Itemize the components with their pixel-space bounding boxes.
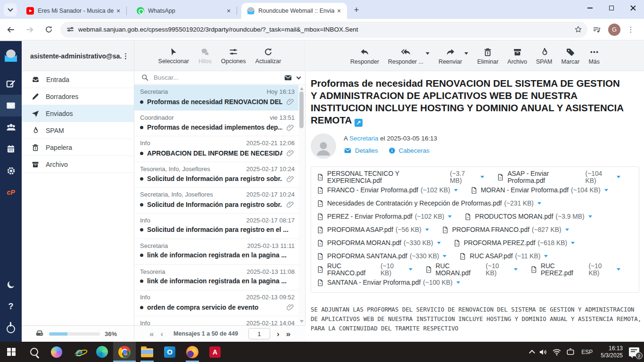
forward-button[interactable]: Reenviar — [438, 47, 462, 65]
minimize-button[interactable] — [579, 0, 601, 16]
more-button[interactable]: Más — [588, 47, 600, 65]
site-info-icon[interactable] — [67, 28, 74, 31]
scroll-up-icon[interactable] — [300, 87, 304, 90]
message-row[interactable]: Info2025-02-13 09:52 orden de compra ser… — [134, 290, 298, 316]
search-scope-icon[interactable] — [284, 74, 292, 82]
message-row[interactable]: Tesoreria, Info, Joseflores2025-02-17 10… — [134, 162, 298, 188]
calendar-nav-button[interactable] — [0, 138, 22, 160]
folder-spam[interactable]: SPAM — [22, 122, 134, 139]
select-button[interactable]: Seleccionar — [158, 47, 189, 65]
tab-whatsapp[interactable]: WhatsApp × — [131, 3, 237, 19]
scroll-down-icon[interactable] — [300, 320, 304, 323]
recipient-link[interactable]: Secretaria — [349, 135, 379, 142]
search-bar[interactable]: Buscar... — [134, 71, 305, 84]
start-button[interactable] — [0, 342, 23, 362]
attachment-link[interactable]: RUC ASAP.pdf(~11 KB) — [459, 252, 548, 261]
taskbar-search-button[interactable] — [23, 342, 45, 362]
notification-center-button[interactable]: 2 — [629, 347, 639, 356]
attachment-menu-icon[interactable] — [443, 255, 446, 257]
taskbar-explorer-button[interactable] — [136, 342, 158, 362]
browser-menu-button[interactable]: ⋮ — [627, 25, 635, 34]
folder-borradores[interactable]: Borradores — [22, 88, 134, 105]
clock[interactable]: 16:13 5/3/2025 — [601, 345, 623, 359]
url-text[interactable]: webmail.sanjuan.gob.ec/cpsess9955019202/… — [78, 26, 574, 33]
message-row[interactable]: Tesoreria2025-02-13 11:08 link de inform… — [134, 265, 298, 291]
attachment-link[interactable]: RUC PEREZ.pdf(~10 KB) — [530, 263, 620, 277]
taskbar-acrobat-button[interactable]: A — [204, 342, 226, 362]
attachment-link[interactable]: SANTANA - Enviar Proforma.pdf(~100 KB) — [317, 278, 460, 287]
attachment-menu-icon[interactable] — [456, 281, 460, 284]
attachment-menu-icon[interactable] — [604, 189, 608, 191]
attachment-link[interactable]: RUC MORAN.pdf(~10 KB) — [425, 263, 518, 277]
attachment-menu-icon[interactable] — [437, 242, 441, 244]
bookmark-star-icon[interactable] — [574, 25, 583, 34]
attachment-link[interactable]: PERSONAL TECNICO Y EXPERIENCIA.pdf(~3.7 … — [317, 170, 484, 184]
taskbar-edge-button[interactable] — [91, 342, 113, 362]
tab-roundcube[interactable]: Roundcube Webmail :: Enviados × — [241, 3, 347, 19]
folder-enviados[interactable]: Enviados — [22, 105, 134, 122]
wifi-icon[interactable] — [552, 347, 561, 357]
open-in-new-window-icon[interactable]: ↗ — [355, 119, 363, 127]
maximize-button[interactable] — [601, 0, 622, 16]
profile-avatar[interactable]: G — [608, 24, 620, 36]
reply-button[interactable]: Responder — [350, 47, 379, 65]
attachment-link[interactable]: PEREZ - Enviar Proforma.pdf(~102 KB) — [317, 212, 452, 221]
message-row[interactable]: Info2025-02-17 08:17 Solicitud de inform… — [134, 214, 298, 239]
headers-toggle[interactable]: Cabeceras — [388, 147, 429, 154]
prev-page-button[interactable]: ‹ — [160, 330, 163, 338]
attachment-link[interactable]: PROFORMA PEREZ.pdf(~618 KB) — [454, 239, 575, 247]
attachment-menu-icon[interactable] — [537, 202, 541, 205]
volume-icon[interactable] — [538, 347, 548, 357]
contacts-nav-button[interactable] — [0, 116, 22, 138]
new-tab-button[interactable]: + — [350, 3, 363, 16]
account-menu-button[interactable]: ⋮ — [122, 52, 129, 60]
attachment-link[interactable]: PROFORMA MORAN.pdf(~330 KB) — [317, 239, 441, 247]
search-input[interactable]: Buscar... — [154, 74, 279, 81]
forward-caret-icon[interactable] — [464, 52, 468, 55]
attachment-link[interactable]: Necesidades de Contratación y Recepción … — [317, 199, 541, 208]
taskbar-copilot-button[interactable] — [45, 342, 68, 362]
attachment-menu-icon[interactable] — [448, 215, 452, 218]
folder-entrada[interactable]: Entrada — [22, 71, 134, 88]
archive-button[interactable]: Archivo — [507, 47, 527, 65]
media-controls-icon[interactable] — [592, 25, 602, 34]
message-row[interactable]: Secretaria, Info, Joseflores2025-02-17 1… — [134, 188, 298, 214]
language-indicator[interactable]: ESP — [581, 349, 593, 355]
taskbar-outlook-button[interactable]: O — [158, 342, 181, 362]
first-page-button[interactable]: « — [149, 330, 154, 338]
taskbar-firefox-button[interactable] — [181, 342, 204, 362]
compose-button[interactable] — [0, 73, 22, 95]
threads-button[interactable]: Hilos — [198, 47, 212, 65]
dark-mode-button[interactable] — [0, 274, 22, 296]
folder-papelera[interactable]: Papelera — [22, 139, 134, 156]
help-button[interactable]: ? — [0, 296, 22, 317]
reply-all-button[interactable]: Responder ... — [388, 47, 423, 65]
attachment-menu-icon[interactable] — [454, 189, 458, 191]
message-row[interactable]: Coordinadorvie 13:51 Proformas de necesi… — [134, 111, 298, 137]
spam-button[interactable]: SPAM — [536, 47, 553, 65]
reply-all-caret-icon[interactable] — [426, 52, 429, 55]
refresh-button[interactable]: Actualizar — [256, 47, 281, 65]
reload-button[interactable] — [41, 22, 57, 38]
tab-close-button[interactable]: × — [335, 7, 343, 15]
forward-button[interactable] — [22, 22, 38, 38]
details-toggle[interactable]: Detalles — [344, 147, 378, 155]
cpanel-button[interactable]: cP — [0, 181, 22, 203]
attachment-menu-icon[interactable] — [544, 255, 548, 257]
next-page-button[interactable]: › — [277, 330, 280, 338]
attachment-link[interactable]: PROFORMA SANTANA.pdf(~330 KB) — [317, 252, 446, 261]
search-options-chevron-icon[interactable] — [297, 74, 301, 79]
message-row[interactable]: Info2025-02-12 14:04 — [134, 316, 298, 326]
settings-nav-button[interactable] — [0, 160, 22, 181]
attachment-menu-icon[interactable] — [480, 176, 484, 178]
attachment-menu-icon[interactable] — [425, 229, 429, 231]
tab-search-button[interactable] — [4, 3, 17, 16]
delete-button[interactable]: Eliminar — [477, 47, 498, 65]
tab-close-button[interactable]: × — [224, 7, 233, 15]
tab-youtube[interactable]: Eres Mi Sanador - Musica de Ad × — [21, 3, 126, 19]
attachment-menu-icon[interactable] — [571, 242, 575, 244]
attachment-link[interactable]: PRODUCTOS MORAN.pdf(~3.9 MB) — [464, 212, 592, 221]
taskbar-ie-button[interactable]: e — [68, 342, 91, 362]
message-row[interactable]: Info2025-02-21 12:06 APROBACION DEL INFO… — [134, 136, 298, 162]
attachment-link[interactable]: ASAP - Enviar Proforma.pdf(~104 KB) — [497, 170, 620, 184]
